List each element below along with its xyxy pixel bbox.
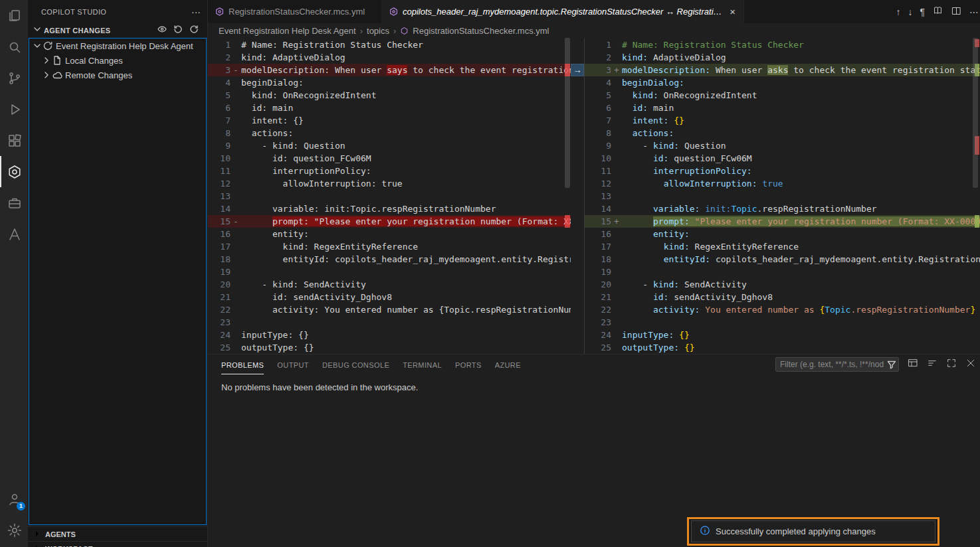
tab-problems[interactable]: PROBLEMS <box>221 355 264 374</box>
split-editor-icon[interactable] <box>951 5 962 19</box>
filter-input[interactable] <box>775 357 899 372</box>
next-change-icon[interactable]: ↓ <box>908 7 912 17</box>
editor-group: RegistrationStatusChecker.mcs.yml copilo… <box>208 0 980 547</box>
close-panel-icon[interactable] <box>965 358 976 371</box>
code-line[interactable]: 12 allowInterruption: true <box>208 177 571 190</box>
code-line[interactable]: 7 intent: {} <box>585 114 980 127</box>
code-line[interactable]: 2kind: AdaptiveDialog <box>585 51 980 64</box>
copilot-studio-icon[interactable] <box>0 156 28 187</box>
collapse-all-icon[interactable] <box>927 358 937 371</box>
tree-item-remote-changes[interactable]: Remote Changes <box>29 68 206 82</box>
source-control-icon[interactable] <box>0 62 28 94</box>
code-line[interactable]: 13 <box>208 190 571 202</box>
code-line[interactable]: 10 id: question_FCw06M <box>208 152 571 165</box>
code-line[interactable]: 5 kind: OnRecognizedIntent <box>208 89 571 102</box>
code-line[interactable]: 25outputType: {} <box>585 341 980 354</box>
code-line[interactable]: 11 interruptionPolicy: <box>585 165 980 177</box>
tab-terminal[interactable]: TERMINAL <box>403 355 442 374</box>
code-line[interactable]: 1# Name: Registration Status Checker <box>208 39 571 51</box>
scrollbar-thumb[interactable] <box>565 38 570 188</box>
code-line[interactable]: 22 activity: You entered number as {Topi… <box>585 303 980 316</box>
code-line[interactable]: 14 variable: init:Topic.respRegistration… <box>585 202 980 215</box>
code-line[interactable]: 4beginDialog: <box>208 76 571 89</box>
discard-all-icon[interactable] <box>173 24 183 37</box>
previous-change-icon[interactable]: ↑ <box>896 7 900 17</box>
code-line[interactable]: 20 - kind: SendActivity <box>585 278 980 291</box>
code-line[interactable]: 2kind: AdaptiveDialog <box>208 51 571 64</box>
tab-output[interactable]: OUTPUT <box>277 355 309 374</box>
tab-ports[interactable]: PORTS <box>455 355 482 374</box>
code-line[interactable]: 15+ prompt: "Please enter your registrat… <box>585 215 980 228</box>
tab-diff-view[interactable]: copilots_header_raj_mydemoagent.topic.Re… <box>382 0 744 23</box>
code-line[interactable]: 15- prompt: "Please enter your registrat… <box>208 215 571 228</box>
code-line[interactable]: 6 id: main <box>208 102 571 114</box>
settings-gear-icon[interactable] <box>0 514 28 546</box>
scrollbar-thumb[interactable] <box>973 38 978 188</box>
revert-change-arrow-icon[interactable]: → <box>571 64 584 76</box>
view-as-table-icon[interactable] <box>908 358 918 371</box>
code-line[interactable]: 24inputType: {} <box>585 329 980 341</box>
search-icon[interactable] <box>0 31 28 62</box>
breadcrumb-file[interactable]: RegistrationStatusChecker.mcs.yml <box>413 26 549 36</box>
notification-toast[interactable]: Successfully completed applying changes <box>691 520 935 542</box>
code-line[interactable]: 13 <box>585 190 980 202</box>
tree-item-local-changes[interactable]: Local Changes <box>29 53 206 68</box>
code-line[interactable]: 18 entityId: copilots_header_raj_mydemoa… <box>585 253 980 266</box>
code-line[interactable]: 12 allowInterruption: true <box>585 177 980 190</box>
code-line[interactable]: 11 interruptionPolicy: <box>208 165 571 177</box>
extensions-icon[interactable] <box>0 125 28 156</box>
code-line[interactable]: 16 entity: <box>208 228 571 240</box>
code-line[interactable]: 6 id: main <box>585 102 980 114</box>
ai-toolkit-icon[interactable] <box>0 218 28 250</box>
tab-azure[interactable]: AZURE <box>495 355 521 374</box>
code-line[interactable]: 8 actions: <box>208 127 571 139</box>
code-line[interactable]: 7 intent: {} <box>208 114 571 127</box>
agent-changes-section-header[interactable]: AGENT CHANGES <box>28 23 207 38</box>
code-line[interactable]: 3+modelDescription: When user asks to ch… <box>585 64 980 76</box>
toggle-whitespace-icon[interactable]: ¶ <box>920 7 925 17</box>
code-line[interactable]: 21 id: sendActivity_Dghov8 <box>208 291 571 303</box>
close-tab-icon[interactable]: × <box>728 6 737 17</box>
code-line[interactable]: 19 <box>585 266 980 278</box>
code-line[interactable]: 14 variable: init:Topic.respRegistration… <box>208 202 571 215</box>
agents-section-header[interactable]: AGENTS <box>28 526 207 541</box>
run-debug-icon[interactable] <box>0 94 28 125</box>
code-line[interactable]: 9 - kind: Question <box>208 139 571 152</box>
code-line[interactable]: 8 actions: <box>585 127 980 139</box>
code-line[interactable]: 20 - kind: SendActivity <box>208 278 571 291</box>
code-line[interactable]: 4beginDialog: <box>585 76 980 89</box>
filter-funnel-icon <box>886 359 897 372</box>
breadcrumb-topics[interactable]: topics <box>367 26 389 36</box>
code-line[interactable]: 25outputType: {} <box>208 341 571 354</box>
explorer-icon[interactable] <box>0 0 28 31</box>
maximize-panel-icon[interactable] <box>946 358 957 371</box>
code-line[interactable]: 21 id: sendActivity_Dghov8 <box>585 291 980 303</box>
tree-item-label: Remote Changes <box>65 70 132 80</box>
more-actions-icon[interactable]: ⋯ <box>969 7 979 17</box>
sidebar-more-actions-icon[interactable]: ··· <box>191 7 201 17</box>
code-line[interactable]: 5 kind: OnRecognizedIntent <box>585 89 980 102</box>
accounts-icon[interactable]: 1 <box>0 483 28 514</box>
eye-icon[interactable] <box>157 24 167 37</box>
code-line[interactable]: 22 activity: You entered number as {Topi… <box>208 303 571 316</box>
code-line[interactable]: 9 - kind: Question <box>585 139 980 152</box>
code-line[interactable]: 19 <box>208 266 571 278</box>
code-line[interactable]: 17 kind: RegexEntityReference <box>585 240 980 253</box>
tree-item-agent-root[interactable]: Event Registration Help Desk Agent <box>29 39 206 53</box>
m365-agents-toolkit-icon[interactable] <box>0 187 28 218</box>
tab-registration-status-checker[interactable]: RegistrationStatusChecker.mcs.yml <box>208 0 382 23</box>
tab-debug-console[interactable]: DEBUG CONSOLE <box>322 355 389 374</box>
code-line[interactable]: 24inputType: {} <box>208 329 571 341</box>
code-line[interactable]: 10 id: question_FCw06M <box>585 152 980 165</box>
code-line[interactable]: 17 kind: RegexEntityReference <box>208 240 571 253</box>
breadcrumb-agent[interactable]: Event Registration Help Desk Agent <box>219 26 356 36</box>
code-line[interactable]: 18 entityId: copilots_header_raj_mydemoa… <box>208 253 571 266</box>
code-line[interactable]: 23 <box>208 316 571 329</box>
workspace-section-header[interactable]: WORKSPACE <box>28 541 207 547</box>
apply-all-icon[interactable] <box>189 24 199 37</box>
code-line[interactable]: 16 entity: <box>585 228 980 240</box>
code-line[interactable]: 1# Name: Registration Status Checker <box>585 39 980 51</box>
inline-view-icon[interactable] <box>932 5 943 19</box>
code-line[interactable]: 3-modelDescription: When user says to ch… <box>208 64 571 76</box>
code-line[interactable]: 23 <box>585 316 980 329</box>
